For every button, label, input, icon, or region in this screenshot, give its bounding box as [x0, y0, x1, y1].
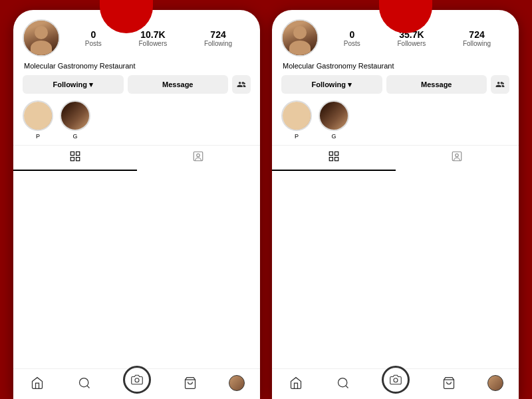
svg-rect-2 — [70, 158, 74, 161]
following-button-left[interactable]: Following ▾ — [23, 75, 124, 94]
profile-nav-icon-left[interactable] — [229, 375, 245, 391]
svg-point-16 — [338, 378, 347, 386]
stats-row-left: 0 Posts 10.7K Followers 724 Following — [66, 29, 251, 47]
following-value-right: 724 — [469, 29, 484, 40]
action-buttons-right: Following ▾ Message — [281, 75, 509, 94]
search-nav-icon-right[interactable] — [334, 374, 352, 392]
message-button-left[interactable]: Message — [128, 75, 229, 94]
highlights-row-right: P G — [272, 100, 519, 145]
tab-grid-left[interactable] — [13, 146, 137, 171]
add-person-icon-left — [237, 80, 246, 89]
avatar-left — [23, 19, 60, 57]
content-area-right — [272, 171, 519, 368]
action-buttons-left: Following ▾ Message — [23, 75, 251, 94]
tab-tagged-right[interactable] — [396, 146, 519, 171]
svg-rect-14 — [453, 152, 462, 161]
camera-nav-icon-right[interactable] — [382, 366, 410, 394]
stats-row-right: 0 Posts 35.7K Followers 724 Following — [325, 29, 509, 47]
highlight-g-right[interactable]: G — [319, 100, 349, 140]
followers-value-left: 10.7K — [140, 29, 165, 40]
highlight-label-p-left: P — [36, 133, 40, 140]
following-value-left: 724 — [210, 29, 225, 40]
highlight-g-left[interactable]: G — [60, 100, 90, 140]
svg-rect-10 — [329, 152, 332, 155]
home-nav-icon-left[interactable] — [29, 374, 46, 392]
camera-nav-icon-left[interactable] — [123, 366, 151, 394]
search-nav-icon-left[interactable] — [76, 374, 93, 392]
content-area-left — [13, 171, 260, 368]
highlight-circle-p-left — [23, 100, 53, 131]
posts-label-left: Posts — [85, 40, 102, 47]
person-tag-icon-right — [451, 150, 463, 165]
following-label-left: Following — [204, 40, 232, 47]
svg-rect-13 — [334, 158, 338, 161]
grid-icon-right — [328, 150, 340, 165]
bottom-nav-right — [272, 368, 519, 399]
profile-nav-icon-right[interactable] — [487, 375, 503, 391]
stat-following-right: 724 Following — [463, 29, 491, 47]
highlights-row-left: P G — [13, 100, 260, 145]
profile-name-right: Molecular Gastronomy Restaurant — [281, 62, 509, 70]
svg-rect-12 — [329, 158, 332, 161]
following-label-right: Following — [463, 40, 491, 47]
svg-rect-0 — [70, 152, 74, 155]
highlight-label-g-right: G — [331, 133, 336, 140]
svg-point-6 — [80, 378, 88, 386]
chevron-down-icon-right: ▾ — [348, 80, 352, 89]
svg-point-18 — [394, 378, 398, 382]
posts-value-left: 0 — [90, 29, 96, 40]
svg-point-8 — [135, 378, 139, 382]
highlight-p-left[interactable]: P — [23, 100, 53, 140]
bottom-nav-left — [13, 368, 260, 399]
svg-rect-3 — [76, 158, 79, 161]
tab-tagged-left[interactable] — [137, 146, 261, 171]
stat-posts-right: 0 Posts — [344, 29, 360, 47]
highlight-circle-p-right — [281, 100, 312, 131]
grid-icon-left — [69, 150, 81, 165]
tabs-bar-left — [13, 145, 260, 171]
svg-point-5 — [197, 154, 200, 157]
phone-left: 0 Posts 10.7K Followers 724 Following Mo… — [13, 10, 260, 399]
highlight-circle-g-right — [319, 100, 349, 131]
person-tag-icon-left — [192, 150, 204, 165]
svg-point-15 — [456, 154, 459, 157]
posts-value-right: 0 — [349, 29, 354, 40]
stat-followers-left: 10.7K Followers — [138, 29, 167, 47]
svg-line-17 — [346, 385, 348, 388]
highlight-circle-g-left — [60, 100, 90, 131]
shop-nav-icon-right[interactable] — [440, 374, 458, 392]
phone-right: 0 Posts 35.7K Followers 724 Following Mo… — [272, 10, 519, 399]
add-person-button-left[interactable] — [232, 75, 251, 94]
stat-following-left: 724 Following — [204, 29, 232, 47]
add-person-icon-right — [495, 80, 505, 89]
tabs-bar-right — [272, 145, 519, 171]
phones-wrapper: 0 Posts 10.7K Followers 724 Following Mo… — [13, 10, 519, 399]
avatar-image-left — [24, 21, 59, 55]
followers-label-right: Followers — [397, 40, 426, 47]
svg-rect-4 — [194, 152, 203, 161]
avatar-right — [281, 19, 319, 57]
svg-rect-11 — [334, 152, 338, 155]
following-button-right[interactable]: Following ▾ — [281, 75, 382, 94]
profile-name-left: Molecular Gastronomy Restaurant — [23, 62, 251, 70]
svg-rect-1 — [76, 152, 79, 155]
highlight-label-g-left: G — [72, 133, 77, 140]
tab-grid-right[interactable] — [272, 146, 396, 171]
stat-posts-left: 0 Posts — [85, 29, 102, 47]
message-button-right[interactable]: Message — [386, 75, 487, 94]
avatar-image-right — [283, 21, 317, 55]
shop-nav-icon-left[interactable] — [182, 374, 199, 392]
posts-label-right: Posts — [344, 40, 360, 47]
followers-label-left: Followers — [138, 40, 167, 47]
chevron-down-icon-left: ▾ — [89, 80, 93, 89]
add-person-button-right[interactable] — [491, 75, 509, 94]
highlight-label-p-right: P — [295, 133, 299, 140]
home-nav-icon-right[interactable] — [287, 374, 305, 392]
highlight-p-right[interactable]: P — [281, 100, 312, 140]
svg-line-7 — [87, 385, 90, 388]
